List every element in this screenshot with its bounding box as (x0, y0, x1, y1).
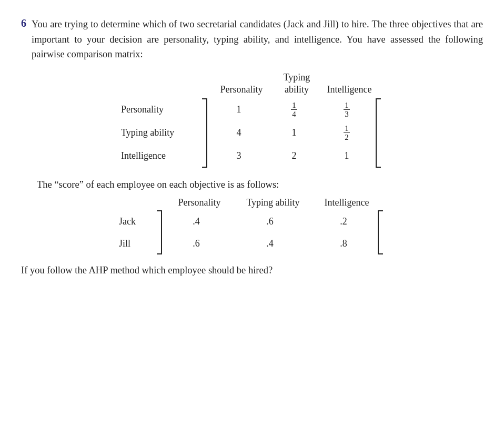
score-jack-typing: .6 (230, 216, 309, 227)
score-jill-personality: .6 (162, 238, 230, 249)
final-question: If you follow the AHP method which emplo… (21, 263, 483, 278)
matrix-row-3: 3 2 1 (207, 145, 376, 168)
matrix-col-headers: Personality Typing ability Intelligence (126, 72, 378, 96)
score-col-header-typing: Typing ability (234, 197, 313, 208)
cell-2-1: 4 (207, 127, 270, 138)
col-header-typing: Typing ability (273, 72, 320, 96)
score-bracket-left (155, 210, 162, 254)
matrix-bracket-left (200, 98, 207, 168)
score-row-jill: .6 .4 .8 (162, 232, 378, 254)
score-col-header-intelligence: Intelligence (313, 197, 381, 208)
matrix-row-1: 1 1 4 1 3 (207, 98, 376, 121)
score-matrix-body: Jack Jill .4 .6 .2 . (119, 210, 385, 254)
row-label-typing: Typing ability (121, 122, 195, 144)
score-matrix-section: Personality Typing ability Intelligence … (21, 197, 483, 254)
cell-3-2: 2 (270, 150, 318, 161)
pairwise-matrix-body: Personality Typing ability Intelligence … (121, 98, 383, 168)
cell-2-3: 1 2 (318, 124, 376, 142)
row-label-intelligence: Intelligence (121, 146, 195, 167)
matrix-cells: 1 1 4 1 3 4 (207, 98, 376, 168)
matrix-bracket-right (376, 98, 383, 168)
problem-container: 6 You are trying to determine which of t… (21, 17, 483, 278)
score-row-label-jack: Jack (119, 210, 150, 232)
score-jill-intelligence: .8 (309, 238, 378, 249)
pairwise-matrix-section: Personality Typing ability Intelligence … (21, 72, 483, 168)
cell-1-1: 1 (207, 104, 270, 115)
matrix-row-2: 4 1 1 2 (207, 121, 376, 145)
score-intro-text: The “score” of each employee on each obj… (21, 177, 483, 192)
col-header-intelligence: Intelligence (320, 84, 378, 96)
score-section: The “score” of each employee on each obj… (21, 177, 483, 255)
score-row-labels: Jack Jill (119, 210, 155, 254)
score-cells: .4 .6 .2 .6 .4 .8 (162, 210, 378, 254)
score-jack-personality: .4 (162, 216, 230, 227)
fraction-1-4: 1 4 (291, 101, 297, 119)
cell-1-2: 1 4 (270, 101, 318, 119)
score-bracket-right (378, 210, 385, 254)
problem-header: 6 You are trying to determine which of t… (21, 17, 483, 62)
cell-3-3: 1 (318, 150, 376, 161)
score-row-jack: .4 .6 .2 (162, 210, 378, 232)
cell-1-3: 1 3 (318, 101, 376, 119)
col-header-personality: Personality (210, 84, 273, 96)
problem-text: You are trying to determine which of two… (32, 17, 483, 62)
cell-3-1: 3 (207, 150, 270, 161)
problem-number: 6 (21, 17, 26, 29)
cell-2-2: 1 (270, 127, 318, 138)
fraction-1-2: 1 2 (344, 124, 350, 142)
score-row-label-jill: Jill (119, 232, 150, 254)
score-jack-intelligence: .2 (309, 216, 378, 227)
matrix-row-labels: Personality Typing ability Intelligence (121, 98, 200, 168)
score-jill-typing: .4 (230, 238, 309, 249)
score-col-header-personality: Personality (165, 197, 234, 208)
row-label-personality: Personality (121, 99, 195, 120)
fraction-1-3: 1 3 (344, 101, 350, 119)
score-col-headers: Personality Typing ability Intelligence (123, 197, 381, 208)
